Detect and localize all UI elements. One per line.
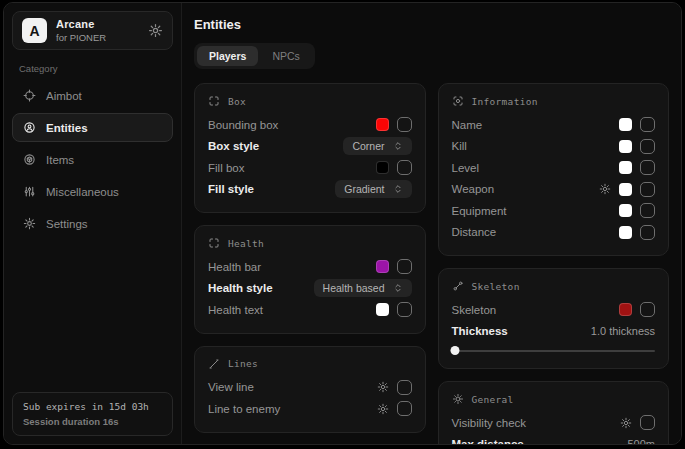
kill-color-swatch[interactable] [619,140,632,153]
row-view-line: View line [208,377,412,399]
panel-title: Information [472,96,538,107]
row-visibility-check: Visibility check [452,412,656,434]
panel-header: Box [208,95,412,107]
health-bar-checkbox[interactable] [397,259,412,274]
level-checkbox[interactable] [640,160,655,175]
row-fill-style: Fill style Gradient [208,179,412,201]
view-line-checkbox[interactable] [397,380,412,395]
row-settings-gear-icon[interactable] [599,183,611,195]
health-text-color-swatch[interactable] [376,303,389,316]
equipment-color-swatch[interactable] [619,204,632,217]
row-bounding-box: Bounding box [208,114,412,136]
box-style-dropdown[interactable]: Corner [343,137,411,155]
entities-icon [23,121,36,134]
thickness-slider[interactable] [452,345,656,356]
row-equipment: Equipment [452,200,656,222]
slider-handle[interactable] [450,346,459,355]
app-window: A Arcane for PIONER Category Aimbot Enti… [3,2,682,445]
slider-track[interactable] [452,350,656,353]
sidebar-item-aimbot[interactable]: Aimbot [12,81,173,110]
weapon-color-swatch[interactable] [619,183,632,196]
distance-color-swatch[interactable] [619,226,632,239]
sub-expires-text: Sub expires in 15d 03h [23,401,162,412]
fill-box-checkbox[interactable] [397,160,412,175]
sidebar-item-label: Entities [46,122,88,134]
slider-value: 500m [627,438,655,445]
row-skeleton: Skeleton [452,299,656,321]
panel-skeleton: Skeleton Skeleton Thickness 1.0 thicknes… [438,268,670,369]
info-scan-icon [452,95,464,107]
sidebar-item-settings[interactable]: Settings [12,209,173,238]
panel-box: Box Bounding box Box style Corner Fill b… [194,83,426,213]
session-duration-text: Session duration 16s [23,416,162,427]
sidebar-item-miscellaneous[interactable]: Miscellaneous [12,177,173,206]
distance-checkbox[interactable] [640,225,655,240]
brand-logo: A [22,18,47,43]
panel-header: Lines [208,358,412,370]
bounding-box-color-swatch[interactable] [376,118,389,131]
row-settings-gear-icon[interactable] [377,381,389,393]
visibility-check-checkbox[interactable] [640,415,655,430]
crosshair-icon [23,89,36,102]
panel-columns: Box Bounding box Box style Corner Fill b… [194,83,669,445]
package-icon [23,153,36,166]
level-color-swatch[interactable] [619,161,632,174]
row-weapon: Weapon [452,179,656,201]
row-name: Name [452,114,656,136]
brand-subtitle: for PIONER [56,32,106,43]
panel-title: Box [228,96,246,107]
panel-general: General Visibility check Max distance 50… [438,381,670,445]
sidebar-item-items[interactable]: Items [12,145,173,174]
row-label: Fill style [208,183,327,195]
kill-checkbox[interactable] [640,139,655,154]
health-style-dropdown[interactable]: Health based [314,279,412,297]
skeleton-color-swatch[interactable] [619,303,632,316]
bounding-box-checkbox[interactable] [397,117,412,132]
skeleton-checkbox[interactable] [640,302,655,317]
name-checkbox[interactable] [640,117,655,132]
subscription-card: Sub expires in 15d 03h Session duration … [12,392,173,436]
chevron-up-down-icon [393,141,403,151]
row-settings-gear-icon[interactable] [620,417,632,429]
fill-style-dropdown[interactable]: Gradient [335,180,411,198]
fill-box-color-swatch[interactable] [376,161,389,174]
row-label: View line [208,381,369,393]
right-column: Information Name Kill Level Weapon Equip… [438,83,670,445]
panel-health: Health Health bar Health style Health ba… [194,225,426,334]
name-color-swatch[interactable] [619,118,632,131]
row-label: Thickness [452,325,583,337]
sidebar-item-label: Settings [46,218,88,230]
row-label: Health text [208,304,368,316]
tab-players[interactable]: Players [197,46,258,66]
row-label: Visibility check [452,417,613,429]
row-settings-gear-icon[interactable] [377,403,389,415]
sidebar-item-entities[interactable]: Entities [12,113,173,142]
equipment-checkbox[interactable] [640,203,655,218]
panel-title: Health [228,238,264,249]
brand-text: Arcane for PIONER [56,18,106,43]
row-label: Level [452,162,612,174]
row-label: Line to enemy [208,403,369,415]
tab-npcs[interactable]: NPCs [260,46,311,66]
panel-lines: Lines View line Line to enemy [194,346,426,433]
chevron-up-down-icon [393,283,403,293]
bone-icon [452,280,464,292]
row-level: Level [452,157,656,179]
row-label: Weapon [452,183,592,195]
row-distance: Distance [452,222,656,244]
weapon-checkbox[interactable] [640,182,655,197]
row-label: Name [452,119,612,131]
sidebar-nav: Aimbot Entities Items Miscellaneous Sett… [12,81,173,241]
dropdown-value: Gradient [344,183,384,195]
row-label: Kill [452,140,612,152]
health-bar-color-swatch[interactable] [376,260,389,273]
line-to-enemy-checkbox[interactable] [397,401,412,416]
entity-type-tabs: Players NPCs [194,43,315,69]
row-label: Equipment [452,205,612,217]
gear-icon[interactable] [148,23,163,38]
row-kill: Kill [452,136,656,158]
sliders-icon [23,185,36,198]
sidebar: A Arcane for PIONER Category Aimbot Enti… [4,3,182,444]
health-text-checkbox[interactable] [397,302,412,317]
sun-gear-icon [452,393,464,405]
